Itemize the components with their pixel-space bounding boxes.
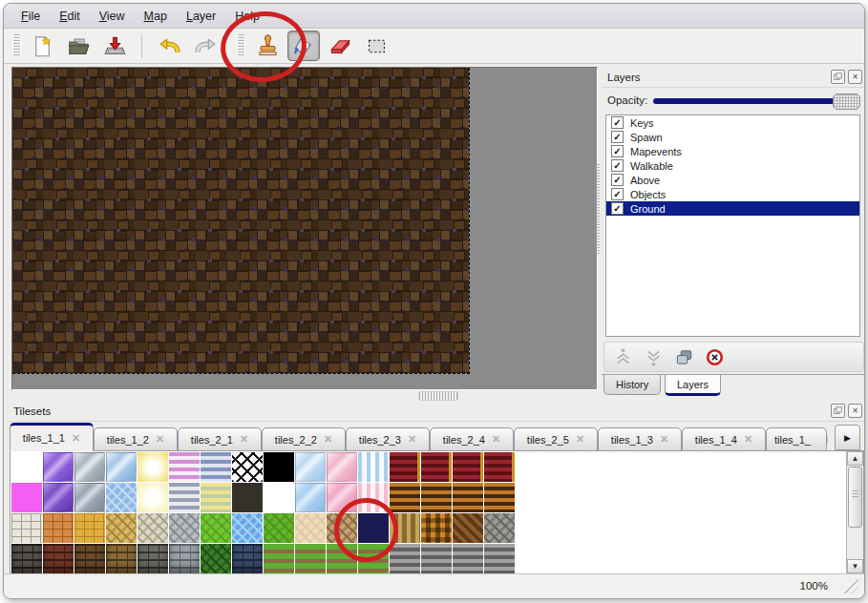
opacity-slider-track[interactable] bbox=[653, 98, 857, 104]
menu-view[interactable]: View bbox=[92, 8, 133, 25]
menu-help[interactable]: Help bbox=[227, 8, 267, 25]
layer-visibility-checkbox[interactable]: ✓ bbox=[611, 145, 624, 157]
map-canvas[interactable] bbox=[12, 68, 470, 374]
layer-visibility-checkbox[interactable]: ✓ bbox=[611, 174, 624, 186]
tile-wall-dark-stone[interactable] bbox=[11, 544, 42, 573]
layer-row-ground[interactable]: ✓Ground bbox=[606, 201, 859, 216]
layer-visibility-checkbox[interactable]: ✓ bbox=[611, 131, 624, 143]
tile-wall-tan[interactable] bbox=[106, 544, 137, 573]
delete-layer-button[interactable] bbox=[704, 346, 726, 368]
move-layer-up-button[interactable] bbox=[612, 346, 634, 368]
tile-floor-pebbles[interactable] bbox=[138, 513, 168, 543]
tileset-tab-tiles_1_3[interactable]: tiles_1_3✕ bbox=[598, 427, 682, 451]
layer-row-above[interactable]: ✓Above bbox=[606, 173, 859, 187]
tile-glass-gray[interactable] bbox=[74, 452, 105, 482]
tile-stripes-yellow[interactable] bbox=[201, 483, 231, 512]
tab-layers[interactable]: Layers bbox=[665, 375, 721, 396]
tile-pane-pink[interactable] bbox=[327, 452, 357, 482]
tile-wall-blue-stone[interactable] bbox=[232, 544, 263, 573]
toolbar-drag-handle[interactable] bbox=[12, 34, 21, 57]
tile-wall-red-brick[interactable] bbox=[421, 452, 452, 482]
tab-close-icon[interactable]: ✕ bbox=[492, 433, 500, 446]
scroll-up-icon[interactable]: ▲ bbox=[847, 451, 863, 466]
toolbar-drag-handle[interactable] bbox=[237, 34, 245, 57]
tile-grass-bright[interactable] bbox=[201, 513, 231, 543]
tile-grass-path[interactable] bbox=[295, 544, 326, 573]
tile-grass-dark[interactable] bbox=[264, 513, 294, 543]
move-layer-down-button[interactable] bbox=[643, 346, 665, 368]
eraser-tool-button[interactable] bbox=[324, 31, 356, 61]
tile-window-blue[interactable] bbox=[295, 483, 326, 512]
tile-pane-blue[interactable] bbox=[295, 452, 326, 482]
tileset-tab-tiles_1[interactable]: tiles_1_ bbox=[766, 427, 827, 451]
tile-floor-orange-tile[interactable] bbox=[43, 513, 74, 543]
tile-wall-gray-brick[interactable] bbox=[169, 544, 200, 573]
close-panel-icon[interactable]: ✕ bbox=[848, 404, 862, 418]
new-file-button[interactable] bbox=[26, 31, 58, 61]
tile-basket-weave[interactable] bbox=[421, 513, 452, 543]
tile-herringbone[interactable] bbox=[453, 513, 483, 543]
tile-floor-white-brick[interactable] bbox=[11, 513, 42, 543]
undo-button[interactable] bbox=[153, 31, 185, 61]
tileset-tab-tiles_2_2[interactable]: tiles_2_2✕ bbox=[262, 427, 346, 451]
tile-glass-blue[interactable] bbox=[106, 452, 137, 482]
layer-visibility-checkbox[interactable]: ✓ bbox=[611, 159, 624, 172]
tab-close-icon[interactable]: ✕ bbox=[660, 433, 668, 446]
stamp-tool-button[interactable] bbox=[251, 31, 284, 61]
redo-button[interactable] bbox=[189, 31, 222, 61]
menu-file[interactable]: File bbox=[13, 8, 48, 25]
tile-floor-yellow-tile[interactable] bbox=[74, 513, 105, 543]
tab-close-icon[interactable]: ✕ bbox=[408, 433, 416, 446]
layer-row-mapevents[interactable]: ✓Mapevents bbox=[606, 144, 859, 158]
tile-curtain-pink[interactable] bbox=[358, 483, 389, 512]
tab-scroll-right-icon[interactable]: ▶ bbox=[835, 425, 860, 450]
tile-window-pink[interactable] bbox=[327, 483, 357, 512]
layer-row-walkable[interactable]: ✓Walkable bbox=[606, 158, 859, 173]
tileset-tab-tiles_2_3[interactable]: tiles_2_3✕ bbox=[346, 427, 430, 451]
tileset-tab-tiles_2_5[interactable]: tiles_2_5✕ bbox=[514, 427, 598, 451]
tile-stripes-blue[interactable] bbox=[201, 452, 231, 482]
tileset-tab-tiles_1_2[interactable]: tiles_1_2✕ bbox=[94, 427, 178, 451]
tile-wall-brown[interactable] bbox=[74, 544, 105, 573]
tile-wall-stone-plank[interactable] bbox=[390, 544, 420, 573]
tile-hedge[interactable] bbox=[201, 544, 231, 573]
layer-row-spawn[interactable]: ✓Spawn bbox=[606, 130, 859, 144]
tile-floor-yellow-cobble[interactable] bbox=[106, 513, 137, 543]
tile-wall-cobble[interactable] bbox=[138, 544, 168, 573]
tile-wall-red-stone[interactable] bbox=[43, 544, 74, 573]
float-panel-icon[interactable] bbox=[831, 404, 845, 418]
menu-layer[interactable]: Layer bbox=[179, 8, 223, 25]
menu-edit[interactable]: Edit bbox=[52, 8, 88, 25]
scroll-down-icon[interactable]: ▼ bbox=[847, 559, 863, 573]
map-canvas-panel[interactable] bbox=[11, 67, 598, 390]
tile-glass-gray-2[interactable] bbox=[74, 483, 105, 512]
tile-wall-orange-plank[interactable] bbox=[453, 483, 483, 512]
tile-wall-orange-plank[interactable] bbox=[484, 483, 515, 512]
tab-close-icon[interactable]: ✕ bbox=[324, 433, 332, 446]
layer-visibility-checkbox[interactable]: ✓ bbox=[611, 188, 624, 200]
tile-magenta[interactable] bbox=[11, 483, 42, 512]
tab-close-icon[interactable]: ✕ bbox=[156, 433, 164, 446]
tile-wall-stone-plank[interactable] bbox=[453, 544, 483, 573]
tile-wall-stone-plank[interactable] bbox=[484, 544, 515, 573]
tile-wood-planks[interactable] bbox=[390, 513, 420, 543]
panel-splitter-grip[interactable] bbox=[596, 164, 600, 256]
tile-wall-stone-plank[interactable] bbox=[421, 544, 452, 573]
tileset-tab-tiles_2_4[interactable]: tiles_2_4✕ bbox=[430, 427, 514, 451]
window-resize-grip[interactable] bbox=[843, 578, 858, 593]
tile-wall-orange-plank[interactable] bbox=[390, 483, 420, 512]
tile-glow-pale-yellow[interactable] bbox=[138, 483, 168, 512]
scrollbar-thumb[interactable] bbox=[848, 467, 862, 528]
layer-visibility-checkbox[interactable]: ✓ bbox=[611, 202, 624, 215]
tile-grass-path[interactable] bbox=[264, 544, 294, 573]
tile-wall-orange-plank[interactable] bbox=[421, 483, 452, 512]
tile-dirt-speckled[interactable] bbox=[327, 513, 357, 543]
layer-visibility-checkbox[interactable]: ✓ bbox=[611, 116, 624, 129]
tileset-tab-tiles_2_1[interactable]: tiles_2_1✕ bbox=[178, 427, 262, 451]
tile-floor-gray-stones[interactable] bbox=[169, 513, 200, 543]
tile-grass-path[interactable] bbox=[358, 544, 389, 573]
tile-lattice[interactable] bbox=[232, 452, 263, 482]
duplicate-layer-button[interactable] bbox=[673, 346, 695, 368]
tile-water[interactable] bbox=[232, 513, 263, 543]
tile-sand[interactable] bbox=[295, 513, 326, 543]
